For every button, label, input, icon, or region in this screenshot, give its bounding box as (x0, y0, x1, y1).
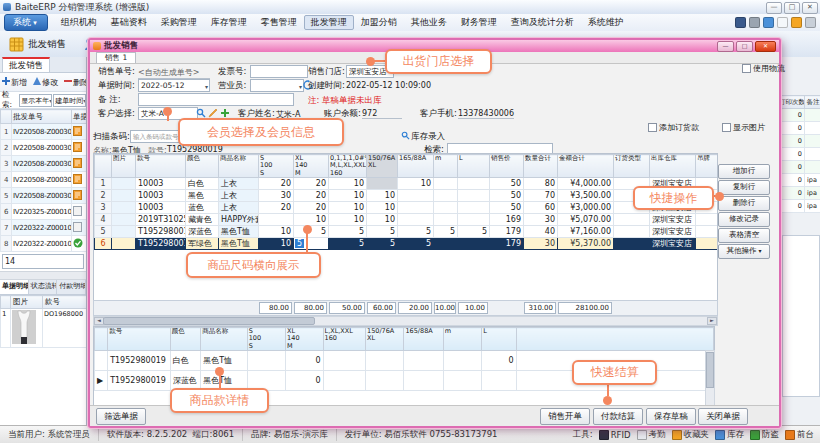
grid-cell[interactable]: 黑色 (186, 189, 219, 201)
grid-row-4[interactable]: 42019T31025藏青色HAPPY外套10101016930¥5,070.0… (95, 213, 719, 225)
grid-cell[interactable] (434, 189, 458, 201)
scroll-right-icon[interactable]: ► (707, 317, 717, 325)
grid-cell[interactable] (434, 237, 458, 249)
grid-col-11[interactable]: L (458, 155, 490, 178)
grid-cell[interactable] (696, 237, 719, 249)
grid-cell[interactable]: 10 (367, 213, 398, 225)
grid-cell[interactable]: 上衣 (219, 189, 259, 201)
grid-cell[interactable]: ¥3,000.00 (558, 201, 614, 213)
detail-tab-0[interactable]: 单据明细 (0, 280, 29, 294)
grid-cell[interactable] (112, 189, 136, 201)
grid-cell[interactable]: 50 (490, 201, 524, 213)
grid-col-7[interactable]: 0,1,1,1,0#% M,L,XL,XXL 160 (329, 155, 367, 178)
filter-orders-button[interactable]: 筛选单据 (96, 408, 146, 425)
grid-cell[interactable]: T1952980019 (136, 225, 186, 237)
invoice-input[interactable] (250, 65, 308, 78)
date-dropdown[interactable]: 2022-05-12 (138, 79, 210, 92)
customer-search-icon[interactable] (195, 107, 206, 118)
grid-cell[interactable] (112, 213, 136, 225)
grid-cell[interactable]: 深圳宝安店 (650, 225, 696, 237)
row-button-增加行[interactable]: 增加行 (718, 164, 770, 179)
sale-maximize-button[interactable]: □ (736, 41, 753, 52)
grid-col-5[interactable]: S 100 S (259, 155, 294, 178)
grid-cell[interactable]: 30 (524, 237, 558, 249)
grid-cell[interactable]: 80 (524, 177, 558, 189)
grid-cell[interactable]: 黑色T恤 (219, 225, 259, 237)
grid-cell[interactable] (434, 201, 458, 213)
grid-cell[interactable] (696, 213, 719, 225)
grid-cell[interactable] (259, 213, 294, 225)
grid-col-9[interactable]: 165/88A (398, 155, 434, 178)
grid-cell[interactable]: 179 (490, 225, 524, 237)
menu-item-1[interactable]: 组织机构 (54, 15, 104, 30)
menu-item-9[interactable]: 财务管理 (454, 15, 504, 30)
grid-cell[interactable]: 藏青色 (186, 213, 219, 225)
grid-cell[interactable]: ¥4,000.00 (558, 177, 614, 189)
grid-cell[interactable]: 5 (367, 237, 398, 249)
main-grid[interactable]: 图片款号颜色商品名称S 100 SXL 140 M0,1,1,1,0#% M,L… (94, 154, 718, 250)
grid-cell[interactable]: 白色 (186, 177, 219, 189)
menu-item-6[interactable]: 批发管理 (304, 15, 354, 30)
grid-cell[interactable]: ¥3,500.00 (558, 189, 614, 201)
menu-item-11[interactable]: 系统维护 (581, 15, 631, 30)
grid-cell[interactable]: 10003 (136, 189, 186, 201)
grid-cell[interactable]: 深蓝色 (186, 225, 219, 237)
status-tool-前台[interactable]: 前台 (785, 429, 814, 441)
status-tool-收藏夹[interactable]: 收藏夹 (672, 429, 710, 441)
grid-cell[interactable]: ¥5,070.00 (558, 213, 614, 225)
grid-cell[interactable]: 20 (294, 201, 329, 213)
grid-cell[interactable]: 10 (259, 237, 294, 249)
sidebar-count-input[interactable]: 14 (2, 254, 84, 269)
grid-cell[interactable]: 黑色T恤 (219, 237, 259, 249)
row-button-其他操作[interactable]: 其他操作 (718, 244, 770, 259)
grid-hscrollbar[interactable]: ◄ ► (93, 316, 718, 326)
order-list-row[interactable]: 6IV220325-Z00010002 (1, 204, 87, 220)
grid-row-5[interactable]: 5T1952980019深蓝色黑色T恤1055555517940¥7,160.0… (95, 225, 719, 237)
grid-cell[interactable]: 10003 (136, 177, 186, 189)
filter-date-dropdown[interactable]: 建单时间 (53, 94, 86, 107)
grid-cell[interactable]: 5 (329, 237, 367, 249)
grid-col-15[interactable]: 订货类型 (614, 155, 650, 178)
order-list-row[interactable]: 8IV220322-Z00010001 (1, 236, 87, 252)
maximize-button[interactable]: □ (784, 2, 800, 14)
clerk-dropdown[interactable] (250, 79, 304, 92)
grid-cell[interactable]: 10 (329, 177, 367, 189)
grid-cell[interactable] (458, 237, 490, 249)
grid-cell[interactable] (458, 213, 490, 225)
grid-icon[interactable] (805, 17, 816, 28)
grid-row-6[interactable]: 6T1952980019军绿色黑色T恤10555517930¥5,370.00深… (95, 237, 719, 249)
grid-cell[interactable] (614, 237, 650, 249)
grid-cell[interactable] (614, 225, 650, 237)
status-tool-防盗[interactable]: 防盗 (750, 429, 779, 441)
row-button-删除行[interactable]: 删除行 (718, 196, 770, 211)
folder-icon[interactable] (791, 17, 802, 28)
grid-cell[interactable]: 深圳宝安店 (650, 213, 696, 225)
grid-cell[interactable] (398, 213, 434, 225)
customer-add-icon[interactable] (219, 107, 230, 118)
grid-cell[interactable]: 50 (490, 189, 524, 201)
grid-cell[interactable]: 10 (398, 177, 434, 189)
grid-cell[interactable]: 20 (294, 177, 329, 189)
order-list-row[interactable]: 7IV220322-Z00010002 (1, 220, 87, 236)
grid-cell[interactable]: 60 (524, 201, 558, 213)
grid-col-4[interactable]: 商品名称 (219, 155, 259, 178)
sidebar-tab-wholesale[interactable]: 批发销售 (2, 57, 50, 72)
show-image-checkbox[interactable]: 显示图片 (722, 122, 765, 133)
filter-year-dropdown[interactable]: 显示本年 (19, 94, 52, 107)
grid-row-2[interactable]: 210003黑色上衣302010105070¥3,500.00深圳宝安店 (95, 189, 719, 201)
grid-col-17[interactable]: 吊牌 (696, 155, 719, 178)
chat-icon[interactable] (777, 17, 788, 28)
menu-item-4[interactable]: 库存管理 (204, 15, 254, 30)
grid-cell[interactable]: 蓝色 (186, 201, 219, 213)
grid-col-14[interactable]: 金额合计 (558, 155, 614, 178)
grid-cell[interactable]: 5 (398, 225, 434, 237)
grid-cell[interactable]: 40 (524, 225, 558, 237)
add-order-checkbox[interactable]: 添加订货款 (648, 122, 699, 133)
grid-cell[interactable]: 5 (367, 225, 398, 237)
grid-col-10[interactable]: m (434, 155, 458, 178)
grid-cell[interactable] (458, 189, 490, 201)
grid-row-1[interactable]: 110003白色上衣202010105080¥4,000.00深圳宝安店 (95, 177, 719, 189)
grid-cell[interactable]: 10003 (136, 201, 186, 213)
menu-item-3[interactable]: 采购管理 (154, 15, 204, 30)
grid-cell[interactable]: T1952980019 (136, 237, 186, 249)
